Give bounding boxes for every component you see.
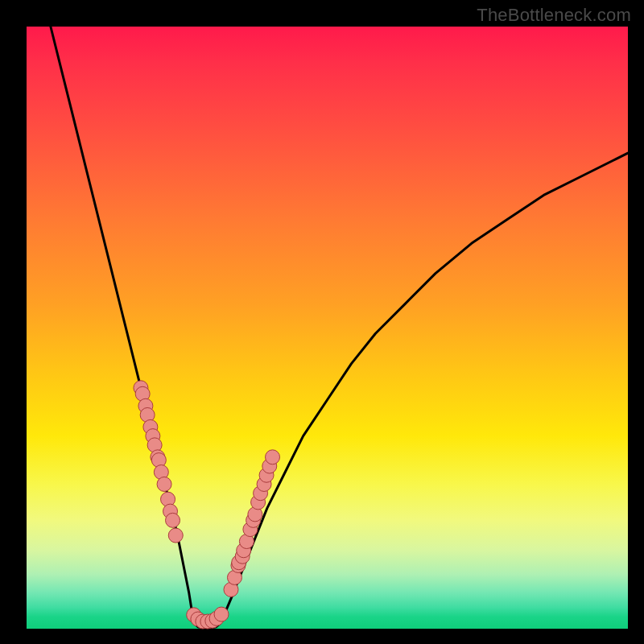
- scatter-dots: [134, 381, 280, 629]
- curve-line: [51, 27, 628, 628]
- chart-frame: TheBottleneck.com: [0, 0, 644, 644]
- data-point: [214, 607, 229, 621]
- data-point: [166, 513, 180, 527]
- bottleneck-curve: [51, 27, 628, 628]
- data-point: [168, 528, 183, 543]
- chart-svg: [27, 27, 628, 629]
- data-point: [157, 477, 171, 491]
- data-point: [266, 450, 280, 464]
- watermark-text: TheBottleneck.com: [477, 5, 631, 26]
- plot-area: [27, 27, 628, 629]
